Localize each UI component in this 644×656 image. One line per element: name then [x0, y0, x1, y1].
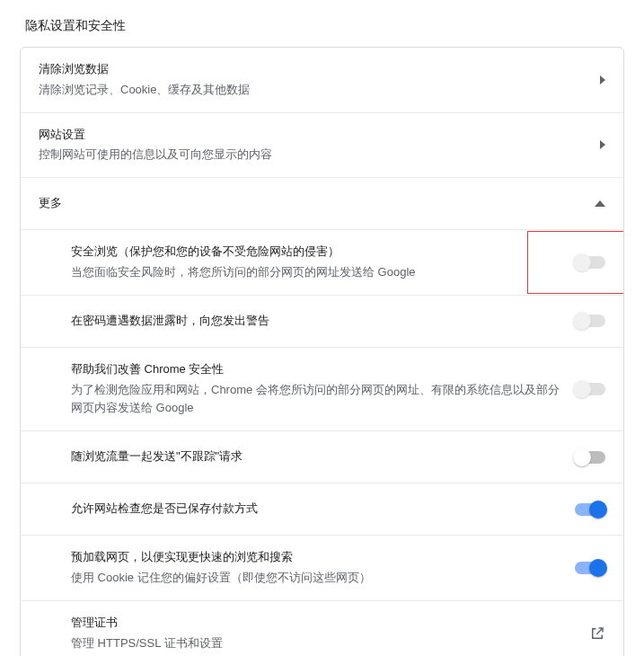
row-title: 允许网站检查您是否已保存付款方式: [71, 500, 560, 519]
row-subtitle: 管理 HTTPS/SSL 证书和设置: [71, 634, 575, 653]
row-title: 清除浏览数据: [39, 60, 586, 79]
row-subtitle: 清除浏览记录、Cookie、缓存及其他数据: [39, 81, 586, 100]
row-title: 管理证书: [71, 614, 575, 633]
row-title: 网站设置: [39, 126, 586, 145]
toggle-password-leak[interactable]: [575, 315, 605, 327]
chevron-right-icon: [600, 140, 605, 149]
row-preload[interactable]: 预加载网页，以便实现更快速的浏览和搜索使用 Cookie 记住您的偏好设置（即使…: [21, 536, 623, 601]
row-more-expander[interactable]: 更多: [21, 178, 623, 230]
row-title: 安全浏览（保护您和您的设备不受危险网站的侵害）: [71, 243, 560, 262]
row-payment-check[interactable]: 允许网站检查您是否已保存付款方式: [21, 483, 623, 536]
row-clear-browsing-data[interactable]: 清除浏览数据 清除浏览记录、Cookie、缓存及其他数据: [21, 48, 623, 113]
toggle-do-not-track[interactable]: [575, 451, 605, 464]
row-password-leak[interactable]: 在密码遭遇数据泄露时，向您发出警告: [21, 296, 623, 348]
row-subtitle: 使用 Cookie 记住您的偏好设置（即使您不访问这些网页）: [71, 569, 560, 588]
row-title: 随浏览流量一起发送"不跟踪"请求: [71, 448, 560, 466]
row-manage-certs[interactable]: 管理证书管理 HTTPS/SSL 证书和设置: [21, 601, 623, 656]
page-title: 隐私设置和安全性: [0, 0, 644, 47]
privacy-card: 清除浏览数据 清除浏览记录、Cookie、缓存及其他数据 网站设置 控制网站可使…: [20, 47, 624, 656]
chevron-up-icon: [595, 200, 605, 207]
row-title: 帮助我们改善 Chrome 安全性: [71, 360, 560, 379]
chevron-right-icon: [600, 75, 605, 84]
row-subtitle: 控制网站可使用的信息以及可向您显示的内容: [39, 146, 586, 164]
row-safe-browsing[interactable]: 安全浏览（保护您和您的设备不受危险网站的侵害）当您面临安全风险时，将您所访问的部…: [21, 230, 623, 296]
row-help-improve[interactable]: 帮助我们改善 Chrome 安全性为了检测危险应用和网站，Chrome 会将您所…: [21, 348, 623, 431]
row-do-not-track[interactable]: 随浏览流量一起发送"不跟踪"请求: [21, 431, 623, 483]
toggle-preload[interactable]: [575, 562, 605, 574]
toggle-safe-browsing[interactable]: [575, 256, 605, 269]
more-label: 更多: [39, 194, 580, 213]
row-subtitle: 为了检测危险应用和网站，Chrome 会将您所访问的部分网页的网址、有限的系统信…: [71, 381, 560, 419]
toggle-payment-check[interactable]: [575, 503, 605, 516]
row-title: 预加载网页，以便实现更快速的浏览和搜索: [71, 548, 560, 567]
row-title: 在密码遭遇数据泄露时，向您发出警告: [71, 312, 560, 331]
row-subtitle: 当您面临安全风险时，将您所访问的部分网页的网址发送给 Google: [71, 263, 560, 282]
row-site-settings[interactable]: 网站设置 控制网站可使用的信息以及可向您显示的内容: [21, 113, 623, 179]
external-link-icon: [589, 625, 605, 642]
toggle-help-improve[interactable]: [575, 383, 605, 395]
